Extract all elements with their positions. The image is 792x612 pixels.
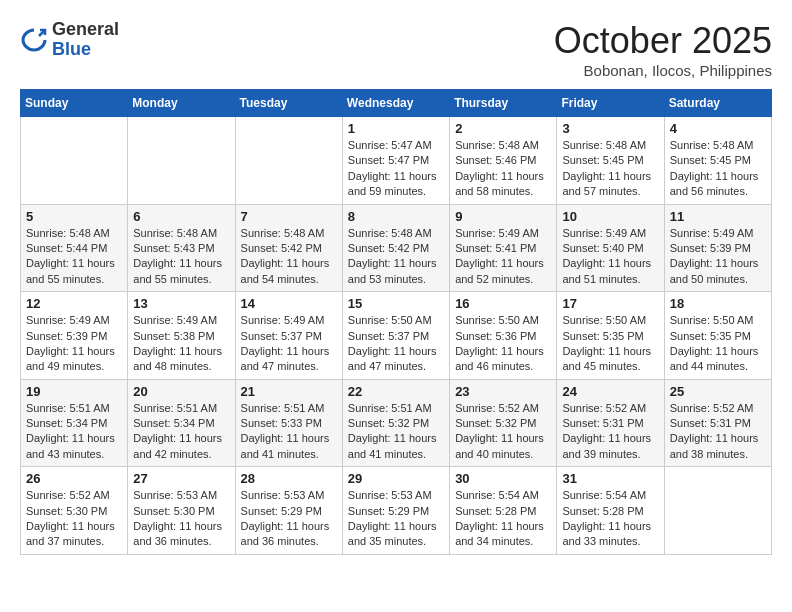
calendar-cell: 16Sunrise: 5:50 AMSunset: 5:36 PMDayligh… xyxy=(450,292,557,380)
day-number: 21 xyxy=(241,384,337,399)
logo-icon xyxy=(20,26,48,54)
day-number: 25 xyxy=(670,384,766,399)
calendar-cell: 9Sunrise: 5:49 AMSunset: 5:41 PMDaylight… xyxy=(450,204,557,292)
calendar-cell: 18Sunrise: 5:50 AMSunset: 5:35 PMDayligh… xyxy=(664,292,771,380)
calendar-cell: 21Sunrise: 5:51 AMSunset: 5:33 PMDayligh… xyxy=(235,379,342,467)
logo-blue: Blue xyxy=(52,39,91,59)
weekday-header-wednesday: Wednesday xyxy=(342,90,449,117)
day-number: 15 xyxy=(348,296,444,311)
calendar-cell: 1Sunrise: 5:47 AMSunset: 5:47 PMDaylight… xyxy=(342,117,449,205)
logo: General Blue xyxy=(20,20,119,60)
weekday-header-friday: Friday xyxy=(557,90,664,117)
day-info: Sunrise: 5:50 AMSunset: 5:37 PMDaylight:… xyxy=(348,313,444,375)
logo-general: General xyxy=(52,19,119,39)
day-number: 22 xyxy=(348,384,444,399)
day-info: Sunrise: 5:49 AMSunset: 5:40 PMDaylight:… xyxy=(562,226,658,288)
day-number: 12 xyxy=(26,296,122,311)
weekday-row: SundayMondayTuesdayWednesdayThursdayFrid… xyxy=(21,90,772,117)
day-info: Sunrise: 5:54 AMSunset: 5:28 PMDaylight:… xyxy=(562,488,658,550)
day-info: Sunrise: 5:52 AMSunset: 5:31 PMDaylight:… xyxy=(562,401,658,463)
calendar-cell: 25Sunrise: 5:52 AMSunset: 5:31 PMDayligh… xyxy=(664,379,771,467)
day-info: Sunrise: 5:48 AMSunset: 5:43 PMDaylight:… xyxy=(133,226,229,288)
day-number: 16 xyxy=(455,296,551,311)
day-info: Sunrise: 5:49 AMSunset: 5:38 PMDaylight:… xyxy=(133,313,229,375)
day-number: 20 xyxy=(133,384,229,399)
calendar-cell xyxy=(235,117,342,205)
day-info: Sunrise: 5:48 AMSunset: 5:45 PMDaylight:… xyxy=(670,138,766,200)
day-number: 9 xyxy=(455,209,551,224)
day-number: 5 xyxy=(26,209,122,224)
weekday-header-monday: Monday xyxy=(128,90,235,117)
day-info: Sunrise: 5:53 AMSunset: 5:29 PMDaylight:… xyxy=(348,488,444,550)
month-title: October 2025 xyxy=(554,20,772,62)
day-info: Sunrise: 5:49 AMSunset: 5:39 PMDaylight:… xyxy=(670,226,766,288)
day-number: 31 xyxy=(562,471,658,486)
page-header: General Blue October 2025 Bobonan, Iloco… xyxy=(20,20,772,79)
calendar-table: SundayMondayTuesdayWednesdayThursdayFrid… xyxy=(20,89,772,555)
day-number: 17 xyxy=(562,296,658,311)
day-number: 24 xyxy=(562,384,658,399)
calendar-cell: 6Sunrise: 5:48 AMSunset: 5:43 PMDaylight… xyxy=(128,204,235,292)
day-number: 28 xyxy=(241,471,337,486)
calendar-cell: 12Sunrise: 5:49 AMSunset: 5:39 PMDayligh… xyxy=(21,292,128,380)
day-info: Sunrise: 5:53 AMSunset: 5:30 PMDaylight:… xyxy=(133,488,229,550)
calendar-body: 1Sunrise: 5:47 AMSunset: 5:47 PMDaylight… xyxy=(21,117,772,555)
day-info: Sunrise: 5:51 AMSunset: 5:32 PMDaylight:… xyxy=(348,401,444,463)
calendar-week-1: 5Sunrise: 5:48 AMSunset: 5:44 PMDaylight… xyxy=(21,204,772,292)
day-info: Sunrise: 5:54 AMSunset: 5:28 PMDaylight:… xyxy=(455,488,551,550)
calendar-week-2: 12Sunrise: 5:49 AMSunset: 5:39 PMDayligh… xyxy=(21,292,772,380)
calendar-cell: 31Sunrise: 5:54 AMSunset: 5:28 PMDayligh… xyxy=(557,467,664,555)
weekday-header-saturday: Saturday xyxy=(664,90,771,117)
day-info: Sunrise: 5:48 AMSunset: 5:44 PMDaylight:… xyxy=(26,226,122,288)
day-number: 19 xyxy=(26,384,122,399)
calendar-cell: 7Sunrise: 5:48 AMSunset: 5:42 PMDaylight… xyxy=(235,204,342,292)
calendar-cell: 27Sunrise: 5:53 AMSunset: 5:30 PMDayligh… xyxy=(128,467,235,555)
day-number: 2 xyxy=(455,121,551,136)
day-number: 27 xyxy=(133,471,229,486)
day-number: 8 xyxy=(348,209,444,224)
weekday-header-tuesday: Tuesday xyxy=(235,90,342,117)
day-number: 29 xyxy=(348,471,444,486)
day-number: 18 xyxy=(670,296,766,311)
day-number: 30 xyxy=(455,471,551,486)
calendar-cell: 2Sunrise: 5:48 AMSunset: 5:46 PMDaylight… xyxy=(450,117,557,205)
calendar-cell xyxy=(128,117,235,205)
calendar-week-4: 26Sunrise: 5:52 AMSunset: 5:30 PMDayligh… xyxy=(21,467,772,555)
day-number: 1 xyxy=(348,121,444,136)
calendar-week-0: 1Sunrise: 5:47 AMSunset: 5:47 PMDaylight… xyxy=(21,117,772,205)
day-info: Sunrise: 5:51 AMSunset: 5:34 PMDaylight:… xyxy=(26,401,122,463)
calendar-cell: 13Sunrise: 5:49 AMSunset: 5:38 PMDayligh… xyxy=(128,292,235,380)
calendar-cell: 8Sunrise: 5:48 AMSunset: 5:42 PMDaylight… xyxy=(342,204,449,292)
calendar-cell: 29Sunrise: 5:53 AMSunset: 5:29 PMDayligh… xyxy=(342,467,449,555)
calendar-cell: 4Sunrise: 5:48 AMSunset: 5:45 PMDaylight… xyxy=(664,117,771,205)
day-info: Sunrise: 5:51 AMSunset: 5:33 PMDaylight:… xyxy=(241,401,337,463)
day-number: 13 xyxy=(133,296,229,311)
calendar-cell: 14Sunrise: 5:49 AMSunset: 5:37 PMDayligh… xyxy=(235,292,342,380)
day-info: Sunrise: 5:52 AMSunset: 5:32 PMDaylight:… xyxy=(455,401,551,463)
day-info: Sunrise: 5:47 AMSunset: 5:47 PMDaylight:… xyxy=(348,138,444,200)
calendar-cell: 28Sunrise: 5:53 AMSunset: 5:29 PMDayligh… xyxy=(235,467,342,555)
day-info: Sunrise: 5:49 AMSunset: 5:41 PMDaylight:… xyxy=(455,226,551,288)
location: Bobonan, Ilocos, Philippines xyxy=(554,62,772,79)
calendar-cell: 22Sunrise: 5:51 AMSunset: 5:32 PMDayligh… xyxy=(342,379,449,467)
day-number: 3 xyxy=(562,121,658,136)
day-info: Sunrise: 5:48 AMSunset: 5:45 PMDaylight:… xyxy=(562,138,658,200)
day-number: 23 xyxy=(455,384,551,399)
day-number: 7 xyxy=(241,209,337,224)
day-number: 14 xyxy=(241,296,337,311)
day-info: Sunrise: 5:52 AMSunset: 5:30 PMDaylight:… xyxy=(26,488,122,550)
calendar-week-3: 19Sunrise: 5:51 AMSunset: 5:34 PMDayligh… xyxy=(21,379,772,467)
calendar-cell: 23Sunrise: 5:52 AMSunset: 5:32 PMDayligh… xyxy=(450,379,557,467)
calendar-cell xyxy=(21,117,128,205)
day-number: 26 xyxy=(26,471,122,486)
calendar-cell: 10Sunrise: 5:49 AMSunset: 5:40 PMDayligh… xyxy=(557,204,664,292)
day-info: Sunrise: 5:48 AMSunset: 5:46 PMDaylight:… xyxy=(455,138,551,200)
day-info: Sunrise: 5:50 AMSunset: 5:36 PMDaylight:… xyxy=(455,313,551,375)
calendar-cell: 19Sunrise: 5:51 AMSunset: 5:34 PMDayligh… xyxy=(21,379,128,467)
calendar-cell: 17Sunrise: 5:50 AMSunset: 5:35 PMDayligh… xyxy=(557,292,664,380)
day-info: Sunrise: 5:53 AMSunset: 5:29 PMDaylight:… xyxy=(241,488,337,550)
title-block: October 2025 Bobonan, Ilocos, Philippine… xyxy=(554,20,772,79)
calendar-cell: 26Sunrise: 5:52 AMSunset: 5:30 PMDayligh… xyxy=(21,467,128,555)
calendar-cell: 11Sunrise: 5:49 AMSunset: 5:39 PMDayligh… xyxy=(664,204,771,292)
weekday-header-sunday: Sunday xyxy=(21,90,128,117)
